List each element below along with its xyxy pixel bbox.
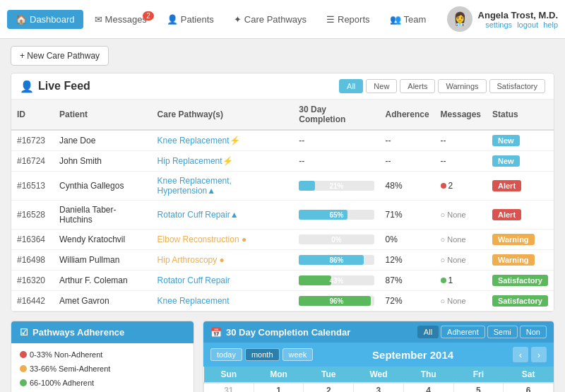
cell-status: Warning	[487, 230, 554, 250]
cal-filter-adherent[interactable]: Adherent	[441, 326, 485, 338]
legend-dot-green	[20, 379, 27, 386]
filter-alerts[interactable]: Alerts	[400, 79, 435, 93]
legend-semi-adherent-label: 33-66% Semi-Adherent	[30, 364, 110, 373]
cell-adherence: --	[380, 130, 435, 151]
cell-id: #16513	[11, 172, 54, 201]
cal-cell: 6	[504, 383, 554, 392]
messages-badge: 2	[143, 11, 154, 20]
nav-patients[interactable]: 👤 Patients	[158, 10, 222, 29]
settings-link[interactable]: settings	[485, 20, 512, 29]
filter-new[interactable]: New	[366, 79, 397, 93]
calendar-panel: 📅 30 Day Completion Calendar All Adheren…	[203, 321, 554, 392]
reports-icon: ☰	[326, 14, 335, 25]
legend-adherent-label: 66-100% Adherent	[30, 379, 94, 387]
cell-status: Satisfactory	[487, 291, 554, 311]
nav-team[interactable]: 👥 Team	[381, 10, 435, 29]
care-pathways-icon: ✦	[234, 14, 242, 25]
cal-cell: 4	[403, 383, 453, 392]
cell-messages: 1	[435, 271, 487, 291]
nav-dashboard[interactable]: 🏠 Dashboard	[7, 10, 83, 29]
cal-filter-semi[interactable]: Semi	[487, 326, 518, 338]
top-navigation: 🏠 Dashboard ✉ Messages 2 👤 Patients ✦ Ca…	[0, 0, 565, 39]
cell-pathway[interactable]: Rotator Cuff Repair▲	[152, 201, 294, 230]
cell-messages: ○ None	[435, 201, 487, 230]
legend-adherent: 66-100% Adherent	[20, 379, 94, 387]
table-row: #16724John SmithHip Replacement⚡------Ne…	[11, 151, 554, 172]
col-id: ID	[11, 100, 54, 130]
cell-pathway[interactable]: Knee Replacement, Hypertension▲	[152, 172, 294, 201]
cal-filter-all[interactable]: All	[417, 326, 439, 338]
nav-dashboard-label: Dashboard	[30, 14, 75, 25]
live-feed-title: 👤 Live Feed	[20, 80, 90, 93]
cell-id: #16320	[11, 271, 54, 291]
table-row: #16723Jane DoeKnee Replacement⚡------New	[11, 130, 554, 151]
cell-messages: ○ None	[435, 291, 487, 311]
col-adherence: Adherence	[380, 100, 435, 130]
messages-icon: ✉	[95, 14, 102, 25]
logout-link[interactable]: logout	[517, 20, 538, 29]
cell-pathway[interactable]: Hip Arthroscopy ●	[152, 250, 294, 271]
cal-wed: Wed	[354, 367, 404, 383]
calendar-sub-header: today month week September 2014 ‹ ›	[203, 343, 554, 367]
pathways-adherence-panel: ☑ Pathways Adherence 0-33% Non-Adherent …	[11, 321, 194, 392]
calendar-header: 📅 30 Day Completion Calendar All Adheren…	[203, 321, 554, 343]
bottom-panels: ☑ Pathways Adherence 0-33% Non-Adherent …	[11, 321, 554, 392]
user-name: Angela Trost, M.D.	[478, 10, 558, 20]
cell-completion: --	[293, 130, 379, 151]
nav-team-label: Team	[404, 14, 427, 25]
cell-status: Satisfactory	[487, 271, 554, 291]
cell-adherence: 12%	[380, 250, 435, 271]
cell-pathway[interactable]: Rotator Cuff Repair	[152, 271, 294, 291]
calendar-next-btn[interactable]: ›	[531, 347, 547, 362]
cell-messages: --	[435, 130, 487, 151]
nav-care-pathways[interactable]: ✦ Care Pathways	[225, 10, 315, 29]
cell-pathway[interactable]: Elbow Reconstruction ●	[152, 230, 294, 250]
cell-pathway[interactable]: Hip Replacement⚡	[152, 151, 294, 172]
filter-warnings[interactable]: Warnings	[438, 79, 486, 93]
cell-adherence: 72%	[380, 291, 435, 311]
cal-filter-non[interactable]: Non	[520, 326, 547, 338]
cell-completion: --	[293, 151, 379, 172]
cell-adherence: 71%	[380, 201, 435, 230]
cell-messages: ○ None	[435, 230, 487, 250]
adherence-header: ☑ Pathways Adherence	[11, 321, 194, 343]
cell-messages: ○ None	[435, 250, 487, 271]
cal-mon: Mon	[254, 367, 304, 383]
cal-week-btn[interactable]: week	[282, 348, 314, 361]
cell-patient: Wendy Kratochvil	[54, 230, 152, 250]
cell-completion: 43%	[293, 271, 379, 291]
nav-reports-label: Reports	[338, 14, 370, 25]
legend-semi-adherent: 33-66% Semi-Adherent	[20, 364, 110, 373]
nav-messages[interactable]: ✉ Messages 2	[86, 10, 155, 29]
table-row: #16320Arthur F. ColemanRotator Cuff Repa…	[11, 271, 554, 291]
new-care-pathway-button[interactable]: + New Care Pathway	[11, 46, 109, 66]
table-row: #16442Amet GavronKnee Replacement96%72%○…	[11, 291, 554, 311]
home-icon: 🏠	[16, 14, 27, 25]
legend-non-adherent: 0-33% Non-Adherent	[20, 350, 102, 359]
nav-messages-label: Messages	[105, 14, 147, 25]
adherence-legend: 0-33% Non-Adherent 33-66% Semi-Adherent …	[20, 350, 185, 387]
user-area: 👩‍⚕️ Angela Trost, M.D. settings logout …	[447, 6, 558, 32]
person-icon: 👤	[20, 80, 34, 93]
cell-adherence: 0%	[380, 230, 435, 250]
cal-today-btn[interactable]: today	[210, 348, 242, 361]
cell-pathway[interactable]: Knee Replacement⚡	[152, 130, 294, 151]
nav-reports[interactable]: ☰ Reports	[318, 10, 379, 29]
table-row: #16364Wendy KratochvilElbow Reconstructi…	[11, 230, 554, 250]
cell-adherence: 87%	[380, 271, 435, 291]
cell-status: Alert	[487, 201, 554, 230]
cell-pathway[interactable]: Knee Replacement	[152, 291, 294, 311]
calendar-prev-btn[interactable]: ‹	[513, 347, 528, 362]
filter-all[interactable]: All	[339, 79, 363, 93]
cell-id: #16724	[11, 151, 54, 172]
cal-month-btn[interactable]: month	[245, 348, 280, 361]
cell-patient: Daniella Taber-Hutchins	[54, 201, 152, 230]
cal-sat: Sat	[504, 367, 554, 383]
help-link[interactable]: help	[543, 20, 558, 29]
cell-status: Warning	[487, 250, 554, 271]
cell-status: New	[487, 130, 554, 151]
cell-id: #16364	[11, 230, 54, 250]
calendar-filter-buttons: All Adherent Semi Non	[417, 326, 547, 338]
filter-satisfactory[interactable]: Satisfactory	[489, 79, 545, 93]
main-content: + New Care Pathway 👤 Live Feed All New A…	[0, 39, 565, 392]
